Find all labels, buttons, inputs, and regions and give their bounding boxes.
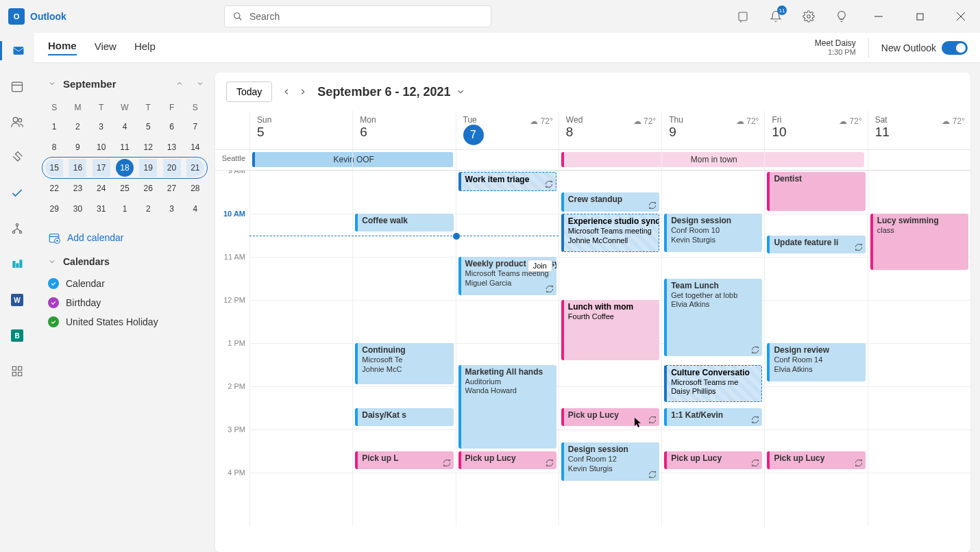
rail-calendar-icon[interactable] <box>8 77 27 96</box>
mini-calendar[interactable]: SMTWTFS123456789101112131415161718192021… <box>42 99 207 219</box>
day-header[interactable]: Sat11☁ 72° <box>868 111 970 149</box>
mini-cal-day[interactable]: 13 <box>163 138 181 156</box>
day-header[interactable]: Sun5 <box>249 111 352 149</box>
rail-people-icon[interactable] <box>8 112 27 131</box>
calendar-event[interactable]: Pick up Lucy <box>767 451 865 469</box>
calendar-event[interactable]: Lunch with momFourth Coffee <box>561 300 659 360</box>
day-header[interactable]: Tue7☁ 72° <box>456 111 559 149</box>
tab-view[interactable]: View <box>95 40 117 55</box>
calendar-event[interactable]: Lucy swimmingclass <box>870 214 968 270</box>
rail-todo-icon[interactable] <box>8 184 27 203</box>
new-outlook-toggle[interactable] <box>942 41 968 55</box>
calendar-event[interactable]: Pick up L <box>355 451 453 469</box>
mini-cal-day[interactable]: 23 <box>69 179 86 197</box>
calendar-event[interactable]: Work item triage <box>458 172 556 191</box>
rail-bookings-icon[interactable]: B <box>8 326 27 345</box>
calendar-event[interactable]: Pick up Lucy <box>458 451 556 469</box>
day-header[interactable]: Mon6 <box>352 111 455 149</box>
mini-cal-day[interactable]: 12 <box>139 138 157 156</box>
mini-cal-day[interactable]: 21 <box>186 159 204 177</box>
rail-mail-icon[interactable] <box>0 41 34 60</box>
day-column[interactable]: Lucy swimmingclass <box>868 171 970 527</box>
day-header[interactable]: Fri10☁ 72° <box>764 111 867 149</box>
calendar-event[interactable]: Team LunchGet together at lobbElvia Atki… <box>664 279 762 356</box>
mini-cal-day[interactable]: 19 <box>139 159 157 177</box>
notes-icon[interactable] <box>733 7 752 26</box>
mini-cal-day[interactable]: 1 <box>116 200 134 218</box>
mini-cal-day[interactable]: 28 <box>186 179 204 197</box>
calendar-event[interactable]: 1:1 Kat/Kevin <box>664 408 762 426</box>
mini-cal-day[interactable]: 8 <box>45 138 63 156</box>
mini-cal-day[interactable]: 10 <box>93 138 110 156</box>
notifications-icon[interactable]: 11 <box>766 7 785 26</box>
calendar-event[interactable]: Update feature li <box>767 236 865 253</box>
mini-cal-day[interactable]: 4 <box>186 200 204 218</box>
mini-cal-day[interactable]: 6 <box>163 118 181 136</box>
up-next[interactable]: Meet Daisy 1:30 PM <box>815 38 856 58</box>
mini-cal-day[interactable]: 2 <box>69 118 86 136</box>
mini-cal-day[interactable]: 18 <box>116 159 134 177</box>
calendar-event[interactable]: Dentist <box>767 172 865 211</box>
today-button[interactable]: Today <box>226 81 272 102</box>
calendar-event[interactable]: Marketing All handsAuditoriumWanda Howar… <box>458 365 556 449</box>
mini-cal-day[interactable]: 24 <box>93 179 110 197</box>
window-close[interactable] <box>947 0 975 33</box>
calendar-event[interactable]: Design sessionConf Room 10Kevin Sturgis <box>664 214 762 252</box>
mini-cal-day[interactable]: 31 <box>93 200 110 218</box>
rail-org-icon[interactable] <box>8 219 27 238</box>
calendar-event[interactable]: ContinuingMicrosoft TeJohnie McC <box>355 343 453 384</box>
day-column[interactable]: DentistUpdate feature liDesign reviewCon… <box>764 171 867 527</box>
calendar-item[interactable]: Birthday <box>42 293 207 312</box>
rail-shifts-icon[interactable] <box>8 255 27 274</box>
day-header[interactable]: Wed8☁ 72° <box>559 111 661 149</box>
chevron-down-icon[interactable] <box>48 79 56 88</box>
mini-cal-day[interactable]: 3 <box>93 118 110 136</box>
calendar-event[interactable]: Design sessionConf Room 12Kevin Sturgis <box>561 442 659 481</box>
tab-help[interactable]: Help <box>134 40 156 55</box>
calendar-event[interactable]: Daisy/Kat s <box>355 408 453 426</box>
settings-icon[interactable] <box>799 7 818 26</box>
mini-cal-day[interactable]: 5 <box>139 118 157 136</box>
mini-cal-day[interactable]: 16 <box>69 159 86 177</box>
calendar-event[interactable]: Pick up Lucy <box>561 408 659 426</box>
mini-next-month[interactable] <box>193 77 207 90</box>
mini-cal-day[interactable]: 29 <box>45 200 63 218</box>
day-column[interactable]: Work item triageWeekly product team sync… <box>456 171 559 527</box>
mini-cal-day[interactable]: 11 <box>116 138 134 156</box>
mini-cal-day[interactable]: 2 <box>139 200 157 218</box>
calendar-event[interactable]: Culture ConversatioMicrosoft Teams meDai… <box>664 365 762 402</box>
calendar-event[interactable]: Weekly product team syncMicrosoft Teams … <box>458 257 556 295</box>
day-column[interactable]: Coffee walkContinuingMicrosoft TeJohnie … <box>352 171 455 527</box>
mini-cal-day[interactable]: 22 <box>45 179 63 197</box>
calendar-item[interactable]: Calendar <box>42 274 207 293</box>
window-minimize[interactable] <box>865 0 892 33</box>
mini-cal-day[interactable]: 9 <box>69 138 86 156</box>
mini-cal-day[interactable]: 26 <box>139 179 157 197</box>
window-maximize[interactable] <box>906 0 933 33</box>
calendar-event[interactable]: Design reviewConf Room 14Elvia Atkins <box>767 343 865 381</box>
day-header[interactable]: Thu9☁ 72° <box>661 111 764 149</box>
mini-cal-day[interactable]: 7 <box>186 118 204 136</box>
search-input[interactable]: Search <box>224 5 491 27</box>
add-calendar-button[interactable]: Add calendar <box>48 231 207 244</box>
day-column[interactable]: Design sessionConf Room 10Kevin SturgisT… <box>661 171 764 527</box>
day-column[interactable]: Crew standupExperience studio syncMicros… <box>559 171 661 527</box>
mini-cal-day[interactable]: 25 <box>116 179 134 197</box>
tab-home[interactable]: Home <box>48 40 77 55</box>
mini-prev-month[interactable] <box>173 77 186 90</box>
mini-cal-day[interactable]: 3 <box>163 200 181 218</box>
mini-cal-day[interactable]: 20 <box>163 159 181 177</box>
mini-cal-day[interactable]: 17 <box>93 159 110 177</box>
mini-cal-day[interactable]: 1 <box>45 118 63 136</box>
next-week[interactable] <box>298 87 308 97</box>
mini-cal-day[interactable]: 4 <box>116 118 134 136</box>
date-range[interactable]: September 6 - 12, 2021 <box>317 85 465 99</box>
calendar-event[interactable]: Crew standup <box>561 192 659 212</box>
day-column[interactable] <box>249 171 352 527</box>
calendar-event[interactable]: Experience studio syncMicrosoft Teams me… <box>561 214 659 252</box>
prev-week[interactable] <box>282 87 291 97</box>
rail-word-icon[interactable]: W <box>8 290 27 310</box>
rail-files-icon[interactable] <box>8 148 27 167</box>
calendar-item[interactable]: United States Holiday <box>42 312 207 331</box>
mini-cal-day[interactable]: 15 <box>45 159 63 177</box>
